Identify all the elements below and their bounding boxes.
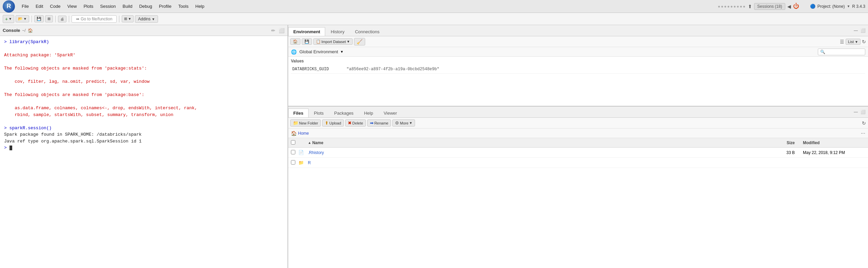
import-dropdown-icon[interactable]: ▼ (347, 40, 350, 43)
file-check-1[interactable] (288, 160, 298, 166)
list-button[interactable]: List ▼ (846, 39, 861, 45)
console-icons: ✏ ⬜ (270, 27, 285, 34)
file-check-0[interactable] (288, 150, 298, 155)
files-maximize-btn[interactable]: ⬜ (860, 109, 867, 115)
files-minimize-btn[interactable]: — (853, 109, 859, 115)
col-name-header[interactable]: ▲ Name (307, 140, 766, 145)
delete-button[interactable]: ✖ Delete (345, 119, 366, 127)
select-all-checkbox[interactable] (291, 140, 295, 145)
home-breadcrumb[interactable]: Home (298, 131, 309, 136)
tab-help[interactable]: Help (359, 109, 378, 117)
console-line-6: cov, filter, lag, na.omit, predict, sd, … (4, 78, 283, 85)
new-file-button[interactable]: + ▼ (3, 15, 14, 23)
upload-button[interactable]: ⬆ Upload (322, 119, 344, 127)
rename-button[interactable]: ➡ Rename (367, 119, 391, 127)
file-name-1[interactable]: R (307, 160, 766, 165)
addins-dropdown-icon[interactable]: ▼ (152, 17, 155, 21)
env-refresh-icon[interactable]: ↻ (862, 39, 866, 44)
grid-dropdown[interactable]: ▼ (128, 17, 131, 21)
tab-environment[interactable]: Environment (288, 27, 325, 36)
rhistory-link[interactable]: .Rhistory (308, 150, 324, 155)
menu-help[interactable]: Help (193, 2, 207, 10)
files-refresh-icon[interactable]: ↻ (862, 120, 866, 126)
tab-viewer[interactable]: Viewer (378, 109, 402, 117)
save-all-button[interactable]: ⊞ (45, 15, 53, 22)
project-label[interactable]: Project: (None) (817, 4, 845, 9)
save-button[interactable]: 💾 (34, 15, 44, 22)
menu-build[interactable]: Build (120, 2, 135, 10)
more-gear-icon: ⚙ (395, 120, 399, 126)
menu-edit[interactable]: Edit (33, 2, 46, 10)
breadcrumb-more-icon[interactable]: ··· (861, 130, 865, 136)
col-size-header[interactable]: Size (766, 140, 800, 145)
list-label: List (848, 40, 854, 44)
console-content[interactable]: > library(SparkR) Attaching package: 'Sp… (0, 36, 288, 268)
env-toolbar: 🏠 💾 📋 Import Dataset ▼ 🧹 ☰ List (288, 36, 868, 47)
open-file-button[interactable]: 📂 ▼ (16, 15, 29, 22)
files-panel: Files Plots Packages Help Viewer — ⬜ 📁 N… (288, 107, 868, 268)
console-home-icon: 🏠 (28, 28, 33, 33)
new-folder-button[interactable]: 📁 New Folder (290, 119, 321, 127)
col-modified-header[interactable]: Modified (800, 140, 868, 145)
load-workspace-button[interactable]: 🏠 (290, 38, 300, 45)
grid-button[interactable]: ⊞ ▼ (122, 15, 134, 22)
clear-env-button[interactable]: 🧹 (354, 38, 365, 45)
tab-plots[interactable]: Plots (309, 109, 329, 117)
toolbar-sep-2 (55, 16, 56, 22)
file-row-r: 📁 R (288, 158, 868, 168)
toolbar-sep-3 (69, 16, 69, 22)
print-button[interactable]: 🖨 (58, 16, 66, 22)
console-edit-icon[interactable]: ✏ (270, 27, 277, 34)
project-dropdown-icon[interactable]: ▼ (847, 4, 850, 8)
tab-files[interactable]: Files (288, 109, 309, 117)
new-file-dropdown[interactable]: ▼ (8, 17, 12, 21)
console-line-3 (4, 59, 283, 65)
blurred-username: ●●●●●●●●● (718, 4, 746, 9)
file-checkbox-1[interactable] (291, 160, 295, 165)
r-logo: R (3, 0, 15, 13)
env-maximize-btn[interactable]: ⬜ (860, 28, 867, 33)
import-dataset-button[interactable]: 📋 Import Dataset ▼ (313, 38, 353, 45)
console-line-10: as.data.frame, colnames, colnames<-, dro… (4, 105, 283, 112)
sessions-button[interactable]: Sessions (18) (754, 3, 785, 10)
tab-connections[interactable]: Connections (350, 27, 384, 36)
menu-plots[interactable]: Plots (81, 2, 96, 10)
file-modified-0: May 22, 2018, 9:12 PM (800, 150, 868, 155)
menu-profile[interactable]: Profile (156, 2, 174, 10)
menu-session[interactable]: Session (97, 2, 118, 10)
power-icon[interactable]: ⏻ (793, 3, 799, 10)
menu-file[interactable]: File (19, 2, 32, 10)
file-name-0[interactable]: .Rhistory (307, 150, 766, 155)
tab-packages[interactable]: Packages (329, 109, 359, 117)
env-minimize-btn[interactable]: — (853, 28, 859, 33)
save-to-cloud-icon[interactable]: ⬆ (748, 4, 752, 9)
open-dropdown-icon[interactable]: ▼ (23, 17, 27, 21)
menu-code[interactable]: Code (47, 2, 63, 10)
addins-button[interactable]: Addins ▼ (135, 15, 158, 23)
more-button[interactable]: ⚙ More ▼ (392, 119, 415, 127)
console-maximize-icon[interactable]: ⬜ (278, 27, 285, 34)
folder-type-icon: 📁 (298, 160, 304, 165)
env-search-input[interactable] (818, 49, 865, 55)
console-line-11: rbind, sample, startsWith, subset, summa… (4, 112, 283, 118)
menu-view[interactable]: View (64, 2, 79, 10)
console-line-13: > sparkR.session() (4, 125, 283, 132)
tab-history[interactable]: History (326, 27, 349, 36)
file-checkbox-0[interactable] (291, 150, 295, 154)
files-table-header: ▲ Name Size Modified (288, 138, 868, 148)
console-cursor (9, 146, 12, 150)
more-dropdown-icon[interactable]: ▼ (409, 121, 413, 125)
global-env-dropdown[interactable]: ▼ (340, 50, 343, 54)
global-env-label[interactable]: Global Environment (299, 49, 338, 54)
goto-file-button[interactable]: ➡ Go to file/function (72, 15, 117, 23)
save-all-icon: ⊞ (47, 17, 51, 21)
menu-debug[interactable]: Debug (136, 2, 155, 10)
list-dropdown-icon[interactable]: ▼ (855, 40, 858, 44)
back-button[interactable]: ◀ (787, 4, 791, 9)
delete-label: Delete (352, 121, 363, 125)
r-folder-link[interactable]: R (308, 160, 311, 165)
save-workspace-button[interactable]: 💾 (302, 38, 312, 45)
col-check-header[interactable] (288, 140, 298, 146)
files-toolbar: 📁 New Folder ⬆ Upload ✖ Delete ➡ Rename … (288, 118, 868, 129)
menu-tools[interactable]: Tools (176, 2, 191, 10)
